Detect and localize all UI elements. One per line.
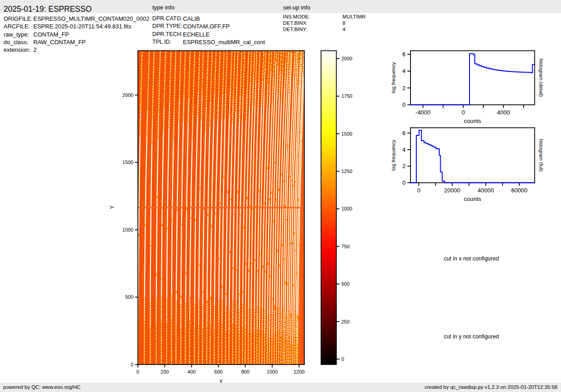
svg-text:1250: 1250 <box>342 169 352 174</box>
svg-text:200: 200 <box>160 369 169 374</box>
svg-text:1500: 1500 <box>123 160 133 165</box>
svg-text:cut in x not configured: cut in x not configured <box>444 255 499 262</box>
svg-text:0: 0 <box>131 362 133 367</box>
svg-text:2000: 2000 <box>342 56 352 61</box>
svg-text:cut in y not configured: cut in y not configured <box>444 333 499 340</box>
svg-text:0: 0 <box>461 109 465 116</box>
svg-text:counts: counts <box>464 118 482 124</box>
svg-text:4: 4 <box>402 68 406 74</box>
svg-text:1000: 1000 <box>342 206 352 211</box>
svg-text:-4000: -4000 <box>415 109 430 116</box>
svg-text:400: 400 <box>187 369 196 374</box>
svg-text:1000: 1000 <box>267 369 278 374</box>
svg-text:500: 500 <box>125 294 133 300</box>
svg-text:log frequency: log frequency <box>391 140 396 171</box>
svg-text:counts: counts <box>464 196 482 202</box>
svg-text:750: 750 <box>342 244 350 249</box>
svg-text:histogram (detail): histogram (detail) <box>538 59 544 97</box>
svg-text:800: 800 <box>241 369 249 374</box>
svg-text:2: 2 <box>402 85 406 91</box>
svg-text:0: 0 <box>342 356 344 362</box>
svg-text:500: 500 <box>342 281 350 287</box>
svg-text:1500: 1500 <box>342 131 352 137</box>
svg-text:histogram (full): histogram (full) <box>538 139 544 172</box>
svg-text:2000: 2000 <box>123 92 133 98</box>
svg-text:6: 6 <box>402 51 406 58</box>
svg-text:20000: 20000 <box>444 187 461 194</box>
svg-text:log frequency: log frequency <box>391 62 396 93</box>
svg-text:0: 0 <box>417 187 420 194</box>
svg-text:0: 0 <box>137 369 139 374</box>
svg-text:1200: 1200 <box>293 369 304 374</box>
svg-text:Y: Y <box>109 205 115 209</box>
svg-text:40000: 40000 <box>478 187 494 194</box>
svg-text:1000: 1000 <box>123 227 133 232</box>
svg-text:4: 4 <box>402 146 406 153</box>
svg-text:4000: 4000 <box>497 109 510 116</box>
svg-text:1750: 1750 <box>342 93 352 99</box>
svg-text:60000: 60000 <box>511 187 527 194</box>
svg-text:600: 600 <box>214 369 223 374</box>
svg-text:250: 250 <box>342 319 350 324</box>
svg-text:0: 0 <box>402 179 406 186</box>
svg-text:0: 0 <box>402 101 406 108</box>
svg-text:2: 2 <box>402 163 406 169</box>
svg-text:6: 6 <box>402 130 406 137</box>
